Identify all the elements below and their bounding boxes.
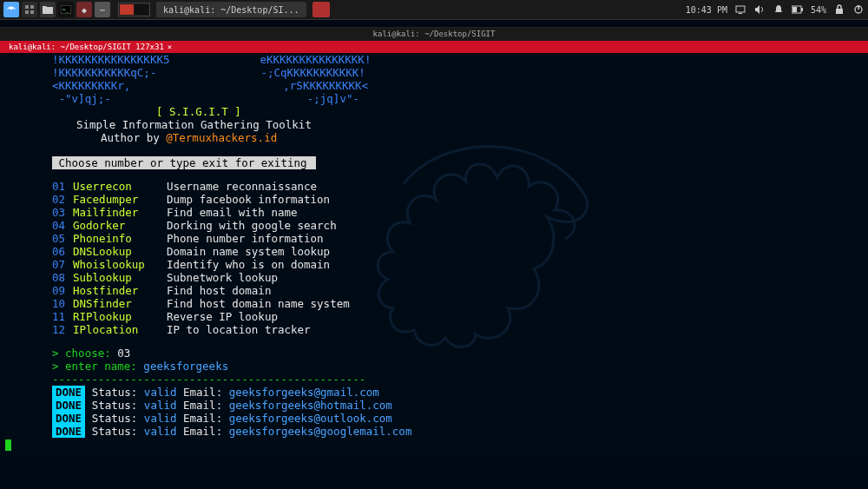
- window-list-icon[interactable]: [22, 2, 37, 17]
- status-value: valid: [137, 412, 176, 425]
- menu-number: 03: [52, 206, 73, 219]
- ascii-line: ,rSKKKKKKKKK<: [283, 79, 368, 92]
- menu-item: 09HostfinderFind host domain: [52, 284, 861, 297]
- svg-rect-3: [30, 10, 34, 14]
- ascii-line: -;CqKKKKKKKKKKK!: [260, 66, 365, 79]
- menu-desc: IP to location tracker: [167, 323, 311, 336]
- divider: ----------------------------------------…: [52, 373, 861, 386]
- menu-name: DNSLookup: [73, 245, 167, 258]
- prompt-name: > enter name:: [52, 360, 143, 373]
- workspace-switcher[interactable]: [118, 3, 150, 17]
- result-row: DONE Status: valid Email: geeksforgeeks@…: [52, 399, 861, 412]
- battery-icon[interactable]: [792, 3, 804, 16]
- terminal-tab[interactable]: kali@kali: ~/Desktop/SIGIT 127x31 ×: [0, 41, 181, 53]
- taskbar-left: >_ ◆ ⋯ kali@kali: ~/Desktop/SI...: [3, 2, 330, 17]
- menu-item: 05PhoneinfoPhone number information: [52, 232, 861, 245]
- subtitle: Simple Information Gathering Toolkit: [76, 118, 312, 131]
- menu-number: 04: [52, 219, 73, 232]
- menu-desc: Subnetwork lookup: [167, 271, 278, 284]
- terminal-launcher-icon[interactable]: >_: [58, 2, 74, 17]
- menu-item: 11RIPlookupReverse IP lookup: [52, 310, 861, 323]
- battery-percent: 54%: [811, 5, 826, 15]
- menu-desc: Find host domain: [167, 284, 271, 297]
- menu-item: 01UserreconUsername reconnaissance: [52, 180, 861, 193]
- email-label: Email:: [176, 386, 222, 399]
- menu-name: Sublookup: [73, 271, 167, 284]
- menu-name: Mailfinder: [73, 206, 167, 219]
- files-icon[interactable]: [40, 2, 56, 17]
- email-label: Email:: [176, 425, 222, 438]
- apps-menu-icon[interactable]: [3, 2, 19, 17]
- menu-item: 08SublookupSubnetwork lookup: [52, 271, 861, 284]
- brand: [ S.I.G.I.T ]: [156, 105, 241, 118]
- volume-icon[interactable]: [753, 3, 766, 16]
- terminal-window: kali@kali: ~/Desktop/SIGIT kali@kali: ~/…: [0, 27, 868, 456]
- menu-item: 03MailfinderFind email with name: [52, 206, 861, 219]
- email-value: geeksforgeeks@gmail.com: [222, 386, 379, 399]
- menu-item: 02FacedumperDump facebook information: [52, 193, 861, 206]
- menu-desc: Domain name system lookup: [167, 245, 330, 258]
- svg-rect-11: [836, 9, 843, 14]
- result-row: DONE Status: valid Email: geeksforgeeks@…: [52, 425, 861, 438]
- menu-name: DNSfinder: [73, 297, 167, 310]
- lock-icon[interactable]: [833, 3, 845, 16]
- status-value: valid: [137, 425, 176, 438]
- menu-desc: Username reconnaissance: [167, 180, 317, 193]
- menu-desc: Dump facebook information: [167, 193, 330, 206]
- notification-icon[interactable]: [773, 3, 785, 16]
- ascii-line: !KKKKKKKKKKKqC;-: [52, 66, 156, 79]
- menu-name: Facedumper: [73, 193, 167, 206]
- menu-desc: Phone number information: [167, 232, 324, 245]
- kali-tool-icon[interactable]: ◆: [76, 2, 92, 17]
- menu-name: Hostfinder: [73, 284, 167, 297]
- terminal-titlebar[interactable]: kali@kali: ~/Desktop/SIGIT: [0, 28, 868, 41]
- svg-rect-1: [30, 5, 34, 9]
- taskbar-right: 10:43 PM 54%: [686, 3, 865, 16]
- menu-desc: Find email with name: [167, 206, 298, 219]
- svg-rect-2: [25, 10, 29, 14]
- menu-item: 06DNSLookupDomain name system lookup: [52, 245, 861, 258]
- email-value: geeksforgeeks@outlook.com: [222, 412, 392, 425]
- input-name: geeksforgeeks: [143, 360, 228, 373]
- menu-number: 12: [52, 323, 73, 336]
- terminal-body[interactable]: !KKKKKKKKKKKKKKKK5eKKKKKKKKKKKKKKK! !KKK…: [0, 53, 868, 456]
- ascii-line: <KKKKKKKKKr,: [52, 79, 130, 92]
- display-icon[interactable]: [734, 3, 746, 16]
- status-label: Status:: [85, 386, 137, 399]
- menu-item: 12IPlocationIP to location tracker: [52, 323, 861, 336]
- menu-number: 09: [52, 284, 73, 297]
- workspace-2[interactable]: [135, 4, 148, 15]
- menu-header: Choose number or type exit for exiting: [52, 156, 316, 169]
- app-icon[interactable]: ⋯: [95, 2, 110, 17]
- close-icon[interactable]: ×: [168, 43, 172, 51]
- status-label: Status:: [85, 425, 137, 438]
- task-button-active[interactable]: [312, 2, 330, 17]
- status-value: valid: [137, 386, 176, 399]
- taskbar: >_ ◆ ⋯ kali@kali: ~/Desktop/SI... 10:43 …: [0, 0, 868, 20]
- author-prefix: Author by: [101, 131, 166, 144]
- task-button-terminal[interactable]: kali@kali: ~/Desktop/SI...: [156, 2, 306, 17]
- ascii-line: !KKKKKKKKKKKKKKKK5: [52, 53, 169, 66]
- menu-name: Userrecon: [73, 180, 167, 193]
- svg-rect-7: [739, 13, 742, 14]
- menu-number: 10: [52, 297, 73, 310]
- menu-item: 10DNSfinderFind host domain name system: [52, 297, 861, 310]
- menu-number: 11: [52, 310, 73, 323]
- workspace-1[interactable]: [120, 4, 134, 15]
- svg-rect-0: [25, 5, 29, 9]
- svg-rect-9: [801, 8, 803, 11]
- ascii-line: eKKKKKKKKKKKKKKK!: [260, 53, 371, 66]
- status-value: valid: [137, 399, 176, 412]
- email-value: geeksforgeeks@googlemail.com: [222, 425, 411, 438]
- power-icon[interactable]: [852, 3, 865, 16]
- menu-desc: Identify who is on domain: [167, 258, 330, 271]
- ascii-line: -;jq]v"-: [307, 92, 359, 105]
- menu-number: 06: [52, 245, 73, 258]
- menu-desc: Find host domain name system: [167, 297, 350, 310]
- status-label: Status:: [85, 412, 137, 425]
- svg-text:>_: >_: [62, 6, 69, 13]
- svg-rect-6: [736, 6, 745, 12]
- svg-rect-10: [792, 7, 797, 12]
- email-label: Email:: [176, 412, 222, 425]
- status-label: Status:: [85, 399, 137, 412]
